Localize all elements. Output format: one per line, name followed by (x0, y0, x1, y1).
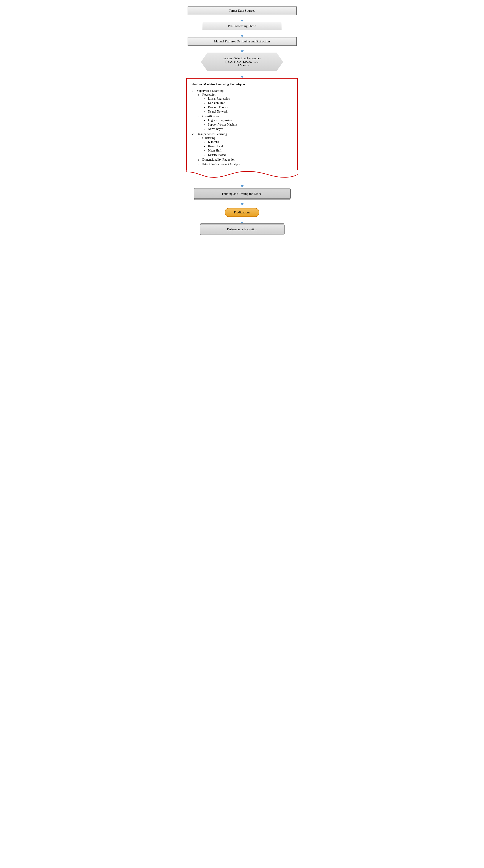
dimensionality-label: Dimensionality Reduction (202, 158, 235, 161)
sq-svm: ▪ (204, 123, 207, 126)
hierarchical-item: ▪ Hierarchical (204, 144, 292, 148)
sq-lr: ▪ (204, 97, 207, 100)
predictions-box: Predications (225, 208, 259, 217)
circle-regression: o (198, 93, 201, 97)
arrow-3 (240, 46, 244, 53)
circle-classification: o (198, 115, 201, 118)
naive-bayes-item: ▪ Naïve Bayes (204, 127, 292, 131)
unsupervised-sublist: o Clustering ▪ K-means ▪ Hierarchical (192, 136, 292, 166)
clustering-label: Clustering (202, 136, 215, 140)
unsupervised-label: Unsupervised Learning (197, 132, 227, 136)
regression-label: Regression (202, 93, 216, 96)
performance-label: Performance Evolution (227, 227, 257, 231)
kmeans-item: ▪ K-means (204, 140, 292, 144)
flowchart: Target Data Sources Pre-Processing Phase… (182, 6, 303, 236)
mean-shift-label: Mean Shift (208, 149, 222, 152)
dimensionality-item: o Dimensionality Reduction (198, 158, 292, 161)
performance-box: Performance Evolution (200, 225, 285, 234)
checkmark-supervised: ✓ (192, 89, 196, 93)
features-line3: GAM etc.) (235, 64, 249, 67)
regression-sublist: ▪ Linear Regression ▪ Decision Tree ▪ Ra… (198, 97, 292, 114)
density-based-item: ▪ Density-Based (204, 153, 292, 157)
sq-hi: ▪ (204, 145, 207, 148)
training-box: Training and Testing the Model (194, 189, 291, 198)
supervised-label: Supervised Learning (197, 89, 224, 92)
arrow-6 (240, 198, 244, 208)
kmeans-label: K-means (208, 140, 219, 144)
training-label: Training and Testing the Model (222, 192, 262, 195)
random-forests-item: ▪ Random Forests (204, 105, 292, 109)
mean-shift-item: ▪ Mean Shift (204, 149, 292, 152)
neural-network-label: Neural Network (208, 110, 228, 113)
arrow-2 (240, 30, 244, 37)
supervised-sublist: o Regression ▪ Linear Regression ▪ Decis… (192, 93, 292, 131)
sq-db: ▪ (204, 154, 207, 156)
sq-km: ▪ (204, 141, 207, 143)
predictions-label: Predications (234, 211, 250, 214)
svm-item: ▪ Support Vector Machine (204, 123, 292, 126)
regression-item: o Regression ▪ Linear Regression ▪ Decis… (198, 93, 292, 114)
features-selection-box: Features Selection Approaches (PCA, PPCA… (201, 53, 283, 71)
hierarchical-label: Hierarchical (208, 145, 223, 148)
arrow-1 (240, 15, 244, 22)
decision-tree-label: Decision Tree (208, 101, 225, 104)
arrow-4 (240, 71, 244, 78)
pca-item: o Principle Component Analysis (198, 162, 292, 166)
neural-network-item: ▪ Neural Network (204, 110, 292, 114)
performance-scroll: Performance Evolution (200, 225, 285, 234)
circle-pca: o (198, 163, 201, 166)
sq-ms: ▪ (204, 149, 207, 152)
manual-features-label: Manual Features Designing and Extraction (214, 40, 270, 43)
clustering-sublist: ▪ K-means ▪ Hierarchical ▪ Mean Shift (198, 140, 292, 157)
features-line1: Features Selection Approaches (223, 57, 261, 60)
pre-processing-label: Pre-Processing Phase (228, 24, 256, 28)
logistic-regression-item: ▪ Logistic Regression (204, 118, 292, 122)
wave-container (186, 170, 298, 181)
target-data-sources-label: Target Data Sources (229, 9, 255, 12)
pca-label: Principle Component Analysis (202, 162, 240, 166)
sq-nn: ▪ (204, 111, 207, 113)
classification-label: Classification (202, 115, 220, 118)
pre-processing-box: Pre-Processing Phase (202, 22, 282, 30)
checkmark-unsupervised: ✓ (192, 132, 196, 136)
supervised-item: ✓ Supervised Learning o Regression ▪ Lin… (192, 89, 292, 131)
naive-bayes-label: Naïve Bayes (208, 127, 223, 130)
sq-rf: ▪ (204, 106, 207, 108)
clustering-item: o Clustering ▪ K-means ▪ Hierarchical (198, 136, 292, 157)
linear-regression-item: ▪ Linear Regression (204, 97, 292, 100)
target-data-sources-box: Target Data Sources (188, 6, 297, 15)
features-selection-wrap: Features Selection Approaches (PCA, PPCA… (188, 53, 297, 71)
linear-regression-label: Linear Regression (208, 97, 230, 100)
svm-label: Support Vector Machine (208, 123, 237, 126)
sq-dt: ▪ (204, 102, 207, 104)
sq-log: ▪ (204, 119, 207, 122)
circle-dim: o (198, 158, 201, 161)
classification-item: o Classification ▪ Logistic Regression ▪… (198, 114, 292, 131)
features-line2: (PCA, PPCA, KPCA, ICA, (225, 60, 259, 63)
logistic-regression-label: Logistic Regression (208, 119, 232, 122)
main-list: ✓ Supervised Learning o Regression ▪ Lin… (192, 89, 292, 166)
decision-tree-item: ▪ Decision Tree (204, 101, 292, 105)
training-scroll: Training and Testing the Model (194, 189, 291, 198)
shallow-title: Shallow Machine Learning Techniques (192, 83, 292, 86)
sq-nb: ▪ (204, 128, 207, 130)
circle-clustering: o (198, 136, 201, 140)
random-forests-label: Random Forests (208, 105, 228, 109)
manual-features-box: Manual Features Designing and Extraction (188, 37, 297, 46)
unsupervised-item: ✓ Unsupervised Learning o Clustering ▪ K… (192, 132, 292, 166)
wave-svg (186, 170, 298, 181)
density-based-label: Density-Based (208, 153, 226, 156)
shallow-ml-box: Shallow Machine Learning Techniques ✓ Su… (186, 78, 298, 170)
classification-sublist: ▪ Logistic Regression ▪ Support Vector M… (198, 118, 292, 131)
